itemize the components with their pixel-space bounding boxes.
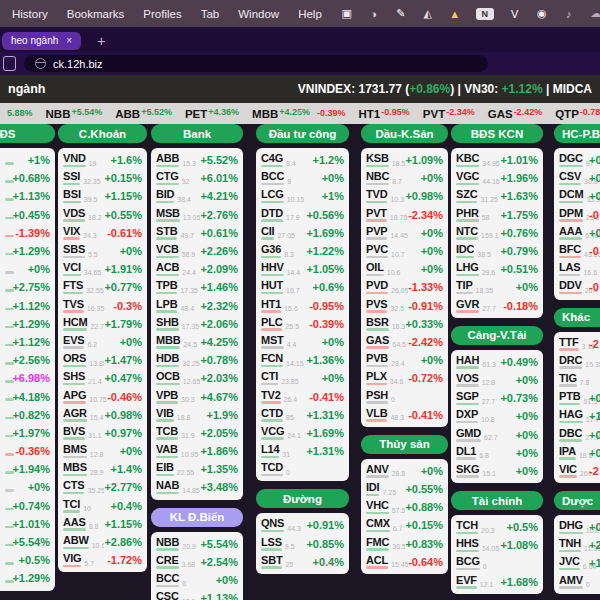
- stock-row[interactable]: DPM23.3-0: [559, 206, 600, 224]
- stock-row[interactable]: TV226.4-0.41%: [261, 387, 344, 405]
- stock-row[interactable]: HAH61.3+0.49%: [456, 353, 538, 371]
- stock-row[interactable]: DDV26.4-0: [559, 278, 600, 296]
- stock-row[interactable]: SHS21.4+0.47%: [63, 369, 142, 387]
- stock-row[interactable]: +1.94%: [0, 460, 50, 478]
- stock-row[interactable]: TVS16.35-0.3%: [63, 297, 142, 315]
- tape-item[interactable]: -0.39%: [316, 109, 346, 119]
- stock-row[interactable]: +1.01%: [0, 515, 50, 533]
- stock-row[interactable]: PVT18.75-2.34%: [366, 206, 443, 224]
- stock-row[interactable]: ABW10.6+2.86%: [63, 533, 142, 551]
- stock-row[interactable]: PTB51.5+0: [559, 389, 600, 407]
- stock-row[interactable]: NBB20.9+5.54%: [156, 535, 238, 553]
- stock-row[interactable]: PVB28.4+0%: [366, 351, 443, 369]
- stock-row[interactable]: +1.29%: [0, 569, 50, 587]
- stock-row[interactable]: PVD26.05-1.33%: [366, 278, 443, 296]
- stock-row[interactable]: HHS14.05+1.08%: [456, 536, 538, 554]
- stock-row[interactable]: CTS35.25+2.77%: [63, 478, 142, 496]
- stock-row[interactable]: DL16.8+0%: [456, 444, 538, 462]
- stock-row[interactable]: BMS12.8+0%: [63, 442, 142, 460]
- stock-row[interactable]: VAB10.95+1.86%: [156, 442, 238, 460]
- stock-row[interactable]: CII27.05+1.69%: [261, 224, 344, 242]
- stock-row[interactable]: AAS8.8+1.15%: [63, 515, 142, 533]
- mute-icon[interactable]: ♪: [563, 8, 575, 20]
- sector-header-pill[interactable]: Bank: [151, 124, 243, 143]
- menu-item-tab[interactable]: Tab: [201, 8, 220, 20]
- stock-row[interactable]: CSV30.8+0: [559, 169, 600, 187]
- sector-header-pill[interactable]: Đường: [256, 489, 349, 508]
- stock-row[interactable]: VCG24.1+1.69%: [261, 424, 344, 442]
- stock-row[interactable]: ACB24.4+2.09%: [156, 260, 238, 278]
- stock-row[interactable]: C4G8.4+1.2%: [261, 151, 344, 169]
- stock-row[interactable]: +1.13%: [0, 187, 50, 205]
- stock-row[interactable]: TCI10+0.4%: [63, 497, 142, 515]
- stock-row[interactable]: HT115.6-0.95%: [261, 297, 344, 315]
- stock-row[interactable]: CSC17.9+1.13%: [156, 589, 238, 600]
- stock-row[interactable]: PSH0: [366, 387, 443, 405]
- stock-row[interactable]: +1.29%: [0, 315, 50, 333]
- stock-row[interactable]: HCM22.7+1.79%: [63, 315, 142, 333]
- v-app-icon[interactable]: V: [509, 8, 521, 20]
- stock-row[interactable]: TCB31.9+2.05%: [156, 424, 238, 442]
- active-tab[interactable]: heo ngành ×: [2, 32, 81, 50]
- menu-item-window[interactable]: Window: [238, 8, 279, 20]
- stock-row[interactable]: LAS16.6: [559, 260, 600, 278]
- stock-row[interactable]: +1.12%: [0, 297, 50, 315]
- sector-header-pill[interactable]: C.Khoản: [58, 124, 147, 143]
- stock-row[interactable]: BCG0: [456, 554, 538, 572]
- stock-row[interactable]: DRC15.35: [559, 353, 600, 371]
- stock-row[interactable]: +1.97%: [0, 424, 50, 442]
- stock-row[interactable]: SBS5.5+0%: [63, 242, 142, 260]
- stock-row[interactable]: KBC34.95+1.01%: [456, 151, 538, 169]
- stock-row[interactable]: AMV0: [559, 573, 600, 591]
- stock-row[interactable]: VGC44.15+1.96%: [456, 169, 538, 187]
- record-icon[interactable]: ◉: [536, 7, 548, 20]
- sector-header-pill[interactable]: Tài chính: [451, 491, 543, 510]
- stock-row[interactable]: SGP27.7+0.73%: [456, 389, 538, 407]
- package-icon[interactable]: ◭: [422, 7, 434, 20]
- stock-row[interactable]: PLC25.5-0.39%: [261, 315, 344, 333]
- shield-icon[interactable]: ◑: [368, 8, 380, 20]
- sidebar-toggle-icon[interactable]: [3, 56, 16, 71]
- tape-item[interactable]: ABB+5.52%: [115, 108, 172, 120]
- stock-row[interactable]: -1.39%: [0, 224, 50, 242]
- stock-row[interactable]: ACL15.45-0.64%: [366, 553, 443, 571]
- stock-row[interactable]: IPA18.6+0: [559, 444, 600, 462]
- stock-row[interactable]: +4.18%: [0, 387, 50, 405]
- tape-item[interactable]: NBB+5.54%: [46, 108, 103, 120]
- stock-row[interactable]: GMD62.7+0%: [456, 425, 538, 443]
- stock-row[interactable]: CTG52+6.01%: [156, 169, 238, 187]
- stock-row[interactable]: DTD17.9+0.56%: [261, 206, 344, 224]
- sector-header-pill[interactable]: Dầu-K.Sản: [361, 124, 448, 143]
- stock-row[interactable]: FTS32.55+0.77%: [63, 278, 142, 296]
- stock-row[interactable]: +1.29%: [0, 242, 50, 260]
- sector-header-pill[interactable]: Thủy sản: [361, 435, 448, 454]
- stock-row[interactable]: CMX6.7+0.15%: [366, 516, 443, 534]
- stock-row[interactable]: DHG103.7+0: [559, 518, 600, 536]
- stock-row[interactable]: TTF3.19-2: [559, 335, 600, 353]
- stock-row[interactable]: PVS32.5-0.91%: [366, 297, 443, 315]
- menu-item-history[interactable]: History: [12, 8, 48, 20]
- sector-header-pill[interactable]: KL Đ.Biến: [151, 508, 243, 527]
- stock-row[interactable]: HAG17.75+1: [559, 407, 600, 425]
- stock-row[interactable]: SSI32.35+0.15%: [63, 169, 142, 187]
- stock-row[interactable]: BSR18.3+0.33%: [366, 315, 443, 333]
- stock-row[interactable]: EIB22.55+1.35%: [156, 460, 238, 478]
- apps-icon[interactable]: ▣: [341, 7, 353, 20]
- tape-item[interactable]: GAS-2.42%: [488, 108, 542, 120]
- stock-row[interactable]: SHB17.35+2.06%: [156, 315, 238, 333]
- sector-header-pill[interactable]: BĐS KCN: [451, 124, 543, 143]
- stock-row[interactable]: MSB13.05+2.76%: [156, 206, 238, 224]
- stock-row[interactable]: TCD0: [261, 460, 344, 478]
- stock-row[interactable]: VIC269.4-2: [559, 462, 600, 480]
- stock-row[interactable]: G368.3+1.22%: [261, 242, 344, 260]
- stock-row[interactable]: VCB58.9+2.26%: [156, 242, 238, 260]
- stock-row[interactable]: TPB17.35+1.46%: [156, 278, 238, 296]
- stock-row[interactable]: VHC57.5+0.88%: [366, 498, 443, 516]
- stock-row[interactable]: SBT25+0.4%: [261, 553, 344, 571]
- stock-row[interactable]: STB49.7+0.61%: [156, 224, 238, 242]
- stock-row[interactable]: VOS12.8+0%: [456, 371, 538, 389]
- stock-row[interactable]: FCN14.15+1.36%: [261, 351, 344, 369]
- tape-item[interactable]: 5.88%: [6, 109, 33, 119]
- menu-item-profiles[interactable]: Profiles: [143, 8, 181, 20]
- stock-row[interactable]: EVS6.2+0%: [63, 333, 142, 351]
